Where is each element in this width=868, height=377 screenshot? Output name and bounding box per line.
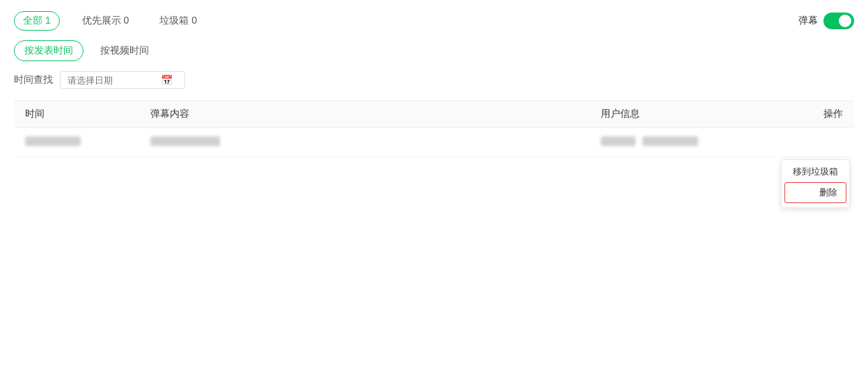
search-label: 时间查找 [14,74,53,86]
calendar-icon: 📅 [161,74,173,86]
cell-user [590,136,784,148]
cell-content [139,136,590,148]
move-to-trash-item[interactable]: 移到垃圾箱 [782,160,849,181]
date-input[interactable] [68,75,158,86]
sort-bar: 按发表时间 按视频时间 [14,40,854,61]
user-blurred [601,136,636,146]
cell-action: 移到垃圾箱 删除 [784,137,854,147]
content-blurred [150,136,220,146]
time-blurred [25,136,81,146]
col-user: 用户信息 [590,108,784,120]
search-bar: 时间查找 📅 [14,71,854,89]
cell-time [14,136,139,148]
col-action: 操作 [784,108,854,120]
tab-priority[interactable]: 优先展示 0 [74,12,138,30]
tab-trash[interactable]: 垃圾箱 0 [151,12,205,30]
toggle-label: 弹幕 [798,15,818,27]
filter-bar: 全部 1 优先展示 0 垃圾箱 0 弹幕 [14,11,854,31]
col-time: 时间 [14,108,139,120]
user-blurred2 [642,136,698,146]
dropdown-menu: 移到垃圾箱 删除 [781,159,850,208]
filter-tabs: 全部 1 优先展示 0 垃圾箱 0 [14,11,205,31]
toggle-container: 弹幕 [798,13,854,29]
toggle-slider [823,13,854,29]
col-content: 弹幕内容 [139,108,590,120]
table-wrapper: 时间 弹幕内容 用户信息 操作 移到垃圾箱 删除 [14,100,854,157]
danmu-toggle[interactable] [823,13,854,29]
sort-by-post-time[interactable]: 按发表时间 [14,40,84,61]
table-header: 时间 弹幕内容 用户信息 操作 [14,101,854,128]
tab-all[interactable]: 全部 1 [14,11,60,31]
delete-item[interactable]: 删除 [784,182,846,203]
sort-by-video-time[interactable]: 按视频时间 [90,41,159,61]
page-container: 全部 1 优先展示 0 垃圾箱 0 弹幕 按发表时间 按视频时间 时间查找 📅 … [0,0,868,377]
table-row: 移到垃圾箱 删除 [14,128,854,157]
date-picker[interactable]: 📅 [60,71,185,89]
